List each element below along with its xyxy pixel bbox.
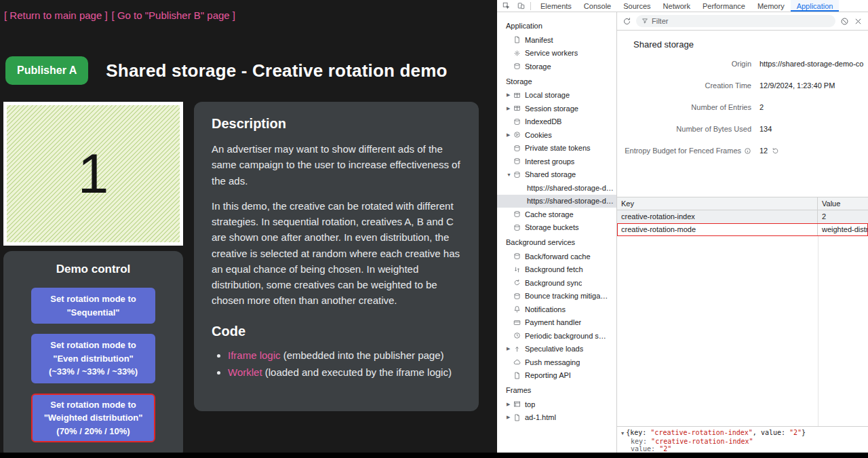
storage-entry-creative-rotation-index[interactable]: creative-rotation-index2 (617, 210, 868, 223)
sidebar-item-push-messaging[interactable]: Push messaging (497, 356, 616, 369)
sidebar-item-cache-storage[interactable]: Cache storage (497, 208, 616, 221)
sidebar-item-reporting-api[interactable]: Reporting API (497, 369, 616, 383)
doc-icon (513, 36, 521, 43)
sidebar-item-cookies[interactable]: ▶Cookies (497, 128, 616, 142)
rotation-mode-button-3[interactable]: Set rotation mode to"Weighted distributi… (31, 394, 155, 443)
expander-icon[interactable]: ▶ (507, 132, 513, 138)
code-list-item-2: Worklet (loaded and executed by the ifra… (228, 364, 461, 380)
tab-application[interactable]: Application (791, 0, 840, 12)
sidebar-item-notifications[interactable]: Notifications (497, 303, 616, 316)
expander-icon[interactable]: ▼ (507, 172, 513, 177)
preview-token: "2" (659, 445, 671, 453)
column-header-value[interactable]: Value (818, 197, 868, 210)
sidebar-item-session-storage[interactable]: ▶Session storage (497, 102, 616, 115)
tab-elements[interactable]: Elements (534, 0, 578, 12)
storage-metadata: Originhttps://shared-storage-demo-coCrea… (617, 53, 868, 161)
entry-value: 2 (818, 210, 868, 223)
top-link-2[interactable]: [ Go to "Publisher B" page ] (112, 9, 235, 21)
sidebar-item-speculative-loads[interactable]: ▶Speculative loads (497, 343, 616, 356)
preview-token: , value: (753, 429, 789, 436)
clear-storage-icon[interactable] (840, 17, 849, 26)
description-paragraph-1: An advertiser may want to show different… (212, 141, 461, 189)
sidebar-item-label: Back/forward cache (525, 252, 591, 261)
sidebar-item-label: Cache storage (525, 210, 574, 218)
sidebar-item-https-shared-storage-d[interactable]: https://shared-storage-d… (497, 195, 616, 208)
description-paragraph-2: In this demo, the creative can be rotate… (212, 198, 461, 309)
expander-icon[interactable]: ▶ (507, 415, 513, 420)
refresh-icon[interactable] (623, 17, 631, 26)
ad-creative-frame[interactable]: 1 (3, 102, 183, 246)
page-title: Shared storage - Creative rotation demo (106, 60, 447, 81)
sidebar-item-manifest[interactable]: Manifest (497, 33, 616, 47)
tab-memory[interactable]: Memory (751, 0, 791, 12)
storage-entry-creative-rotation-mode[interactable]: creative-rotation-modeweighted-distribut… (617, 223, 868, 236)
sidebar-item-periodic-background-s[interactable]: Periodic background s… (497, 329, 616, 343)
tab-console[interactable]: Console (578, 0, 617, 12)
iframe-logic-link[interactable]: Iframe logic (228, 349, 281, 361)
info-icon[interactable] (744, 147, 751, 155)
bottom-black-bar (0, 453, 868, 458)
metadata-value-text: https://shared-storage-demo-co (760, 60, 863, 68)
metadata-value: 12 (760, 147, 868, 155)
sidebar-item-bounce-tracking-mitiga[interactable]: Bounce tracking mitiga… (497, 290, 616, 303)
sidebar-item-https-shared-storage-d[interactable]: https://shared-storage-d… (497, 181, 616, 195)
sidebar-item-background-sync[interactable]: Background sync (497, 276, 616, 290)
top-link-1[interactable]: [ Return to main page ] (4, 9, 108, 21)
metadata-row-number-of-bytes-used: Number of Bytes Used134 (617, 118, 868, 140)
rotation-mode-button-2[interactable]: Set rotation mode to"Even distribution"(… (31, 334, 155, 383)
metadata-label-text: Number of Entries (691, 103, 751, 111)
expander-icon[interactable]: ▼ (621, 431, 624, 436)
filter-input[interactable] (652, 17, 830, 25)
sidebar-item-indexeddb[interactable]: IndexedDB (497, 115, 616, 129)
inspect-element-icon[interactable] (500, 1, 512, 11)
rotation-mode-button-1[interactable]: Set rotation mode to"Sequential" (31, 288, 155, 324)
sidebar-item-service-workers[interactable]: Service workers (497, 47, 616, 60)
sidebar-item-shared-storage[interactable]: ▼Shared storage (497, 168, 616, 182)
sidebar-item-storage[interactable]: Storage (497, 60, 616, 73)
sidebar-item-label: Private state tokens (525, 144, 591, 152)
button-label-line: (70% / 20% / 10%) (35, 425, 151, 438)
column-header-key[interactable]: Key (617, 197, 818, 210)
sidebar-item-top[interactable]: ▶top (497, 398, 616, 411)
metadata-label-text: Entropy Budget for Fenced Frames (625, 147, 741, 155)
sidebar-item-storage-buckets[interactable]: Storage buckets (497, 221, 616, 235)
db-icon (513, 145, 521, 152)
expander-icon[interactable]: ▶ (507, 402, 513, 407)
sidebar-item-background-fetch[interactable]: Background fetch (497, 263, 616, 277)
tab-network[interactable]: Network (657, 0, 696, 12)
expander-icon[interactable]: ▶ (507, 92, 513, 98)
device-toolbar-icon[interactable] (515, 1, 527, 11)
metadata-value: https://shared-storage-demo-co (760, 60, 868, 68)
sidebar-item-local-storage[interactable]: ▶Local storage (497, 89, 616, 102)
sidebar-section-application: Application (497, 18, 616, 33)
sidebar-item-interest-groups[interactable]: Interest groups (497, 155, 616, 168)
delete-entry-icon[interactable] (854, 17, 863, 26)
sidebar-item-payment-handler[interactable]: Payment handler (497, 316, 616, 330)
expander-icon[interactable]: ▶ (507, 346, 513, 351)
storage-table: Key Value creative-rotation-index2creati… (617, 197, 868, 236)
preview-token: } (802, 429, 806, 436)
devtools-tabs: ElementsConsoleSourcesNetworkPerformance… (534, 0, 839, 12)
sidebar-item-ad-1-html[interactable]: ▶ad-1.html (497, 411, 616, 425)
tab-sources[interactable]: Sources (617, 0, 656, 12)
filter-box[interactable] (636, 15, 835, 27)
description-heading: Description (212, 116, 461, 132)
sidebar-item-back-forward-cache[interactable]: Back/forward cache (497, 250, 616, 263)
reset-icon[interactable] (772, 147, 779, 155)
screen: [ Return to main page ][ Go to "Publishe… (0, 0, 868, 458)
button-label-line: "Sequential" (35, 306, 151, 320)
sidebar-item-label: Session storage (525, 104, 578, 113)
expander-icon[interactable]: ▶ (507, 106, 513, 111)
worklet-link[interactable]: Worklet (228, 366, 262, 378)
sidebar-item-label: top (525, 400, 535, 408)
preview-token: "creative-rotation-index" (651, 438, 753, 445)
metadata-row-number-of-entries: Number of Entries2 (617, 96, 868, 118)
sidebar-item-label: Periodic background s… (525, 332, 606, 340)
sidebar-item-label: Manifest (525, 36, 553, 44)
sidebar-item-private-state-tokens[interactable]: Private state tokens (497, 142, 616, 155)
db-icon (513, 171, 521, 178)
tab-performance[interactable]: Performance (696, 0, 751, 12)
ad-creative: 1 (7, 105, 180, 242)
tabbar-divider (530, 2, 531, 10)
devtools-toolbar (617, 12, 868, 31)
